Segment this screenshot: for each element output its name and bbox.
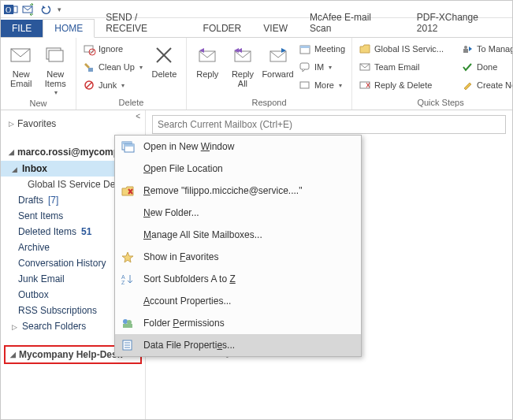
meeting-icon bbox=[299, 43, 311, 55]
ctx-sort-subfolders[interactable]: AZ Sort Subfolders A to Z bbox=[115, 268, 361, 290]
ribbon-group-new: New Email New Items New bbox=[1, 38, 76, 110]
to-manager-icon bbox=[461, 43, 474, 55]
svg-rect-21 bbox=[300, 82, 309, 88]
properties-icon bbox=[120, 337, 136, 353]
new-email-icon bbox=[9, 43, 34, 68]
reply-icon bbox=[195, 43, 220, 68]
tab-file[interactable]: FILE bbox=[1, 20, 43, 37]
new-items-button[interactable]: New Items bbox=[40, 41, 72, 97]
search-input[interactable] bbox=[152, 115, 506, 134]
ctx-show-in-favorites[interactable]: Show in Favorites bbox=[115, 246, 361, 268]
svg-text:A: A bbox=[121, 274, 125, 280]
create-new-icon bbox=[461, 79, 474, 91]
forward-button[interactable]: Forward bbox=[262, 41, 294, 79]
im-icon bbox=[299, 61, 311, 73]
quickstep-reply-delete[interactable]: Reply & Delete bbox=[357, 77, 445, 93]
reply-all-button[interactable]: Reply All bbox=[227, 41, 259, 88]
ctx-folder-permissions[interactable]: Folder Permissions bbox=[115, 312, 361, 334]
tab-pdfxchange[interactable]: PDF-XChange 2012 bbox=[406, 9, 512, 37]
svg-text:Z: Z bbox=[121, 280, 125, 285]
new-items-icon bbox=[43, 43, 68, 68]
reply-delete-icon bbox=[359, 79, 371, 91]
chevron-down-icon: ◢ bbox=[9, 148, 14, 156]
ribbon-group-quicksteps: Global IS Servic... Team Email Reply & D… bbox=[352, 38, 513, 110]
tab-send-receive[interactable]: SEND / RECEIVE bbox=[95, 9, 191, 37]
delete-button[interactable]: Delete bbox=[147, 41, 181, 79]
ctx-label: Data File Properties... bbox=[143, 340, 353, 351]
junk-button[interactable]: Junk bbox=[81, 77, 144, 93]
ctx-label: Sort Subfolders A to Z bbox=[143, 273, 353, 284]
tab-view[interactable]: VIEW bbox=[252, 20, 299, 37]
chevron-down-icon: ◢ bbox=[12, 165, 17, 173]
reply-button[interactable]: Reply bbox=[191, 41, 224, 79]
more-icon bbox=[299, 79, 311, 91]
open-window-icon bbox=[120, 139, 136, 154]
collapse-nav-icon[interactable]: < bbox=[136, 112, 140, 121]
tab-folder[interactable]: FOLDER bbox=[192, 20, 253, 37]
cleanup-button[interactable]: Clean Up bbox=[81, 59, 144, 75]
send-receive-qat-icon[interactable] bbox=[21, 3, 35, 16]
svg-rect-20 bbox=[300, 63, 309, 69]
ctx-label: Account Properties... bbox=[143, 295, 353, 307]
ctx-account-properties[interactable]: Account Properties... bbox=[115, 290, 361, 312]
svg-rect-31 bbox=[125, 144, 134, 147]
svg-point-26 bbox=[464, 46, 467, 49]
remove-mailbox-icon bbox=[120, 183, 136, 199]
chevron-right-icon: ▷ bbox=[12, 323, 17, 331]
ctx-new-folder[interactable]: New Folder... bbox=[115, 202, 361, 224]
quickstep-create-new[interactable]: Create New bbox=[459, 77, 513, 93]
ctx-remove[interactable]: Remove "filippo.micciche@service...." bbox=[115, 180, 361, 202]
ribbon-tabstrip: FILE HOME SEND / RECEIVE FOLDER VIEW McA… bbox=[1, 18, 512, 38]
group-label-delete: Delete bbox=[76, 96, 186, 110]
svg-text:O: O bbox=[6, 6, 11, 14]
permissions-icon bbox=[120, 315, 136, 331]
quickstep-global-is[interactable]: Global IS Servic... bbox=[357, 41, 445, 57]
ctx-data-file-properties[interactable]: Data File Properties... bbox=[115, 334, 361, 356]
outlook-logo-icon: O bbox=[4, 3, 18, 16]
ctx-label: Show in Favorites bbox=[143, 251, 353, 262]
delete-x-icon bbox=[151, 43, 177, 68]
group-label-respond: Respond bbox=[187, 96, 351, 110]
ctx-label: Folder Permissions bbox=[143, 318, 353, 329]
team-email-icon bbox=[359, 61, 371, 73]
quickstep-team-email[interactable]: Team Email bbox=[357, 59, 445, 75]
svg-point-36 bbox=[123, 319, 128, 324]
ribbon: New Email New Items New Ignore Clean Up … bbox=[1, 38, 512, 110]
quickstep-done[interactable]: Done bbox=[459, 59, 513, 75]
chevron-right-icon: ▷ bbox=[9, 120, 14, 128]
context-menu: Open in New Window Open File Location Re… bbox=[114, 135, 362, 357]
svg-rect-19 bbox=[300, 46, 310, 48]
ctx-label: Open File Location bbox=[143, 163, 353, 174]
group-label-quick-steps: Quick Steps bbox=[352, 96, 513, 110]
ribbon-group-delete: Ignore Clean Up Junk Delete Delete bbox=[76, 38, 187, 110]
new-email-button[interactable]: New Email bbox=[6, 41, 37, 88]
ctx-open-file-location[interactable]: Open File Location bbox=[115, 158, 361, 180]
svg-rect-6 bbox=[49, 50, 63, 61]
quickstep-to-manager[interactable]: To Manager bbox=[459, 41, 513, 57]
respond-more-button[interactable]: More bbox=[297, 77, 347, 93]
qat-customize-icon[interactable]: ▾ bbox=[56, 6, 61, 13]
ignore-button[interactable]: Ignore bbox=[81, 41, 144, 57]
svg-line-12 bbox=[86, 82, 92, 88]
meeting-button[interactable]: Meeting bbox=[297, 41, 347, 57]
reply-all-icon bbox=[230, 43, 255, 68]
folder-icon bbox=[359, 43, 371, 55]
ctx-open-new-window[interactable]: Open in New Window bbox=[115, 136, 361, 158]
ctx-label: Manage All Site Mailboxes... bbox=[143, 229, 353, 240]
junk-icon bbox=[83, 79, 95, 91]
ctx-manage-site-mailboxes[interactable]: Manage All Site Mailboxes... bbox=[115, 224, 361, 246]
nav-favorites[interactable]: ▷Favorites bbox=[1, 115, 145, 132]
chevron-down-icon: ◢ bbox=[10, 351, 16, 359]
ctx-label: New Folder... bbox=[143, 207, 353, 218]
svg-rect-27 bbox=[463, 49, 468, 53]
done-check-icon bbox=[461, 61, 474, 73]
cleanup-icon bbox=[83, 61, 95, 73]
tab-home[interactable]: HOME bbox=[43, 19, 95, 38]
ignore-icon bbox=[83, 43, 95, 55]
group-label-new: New bbox=[1, 97, 76, 110]
im-button[interactable]: IM bbox=[297, 59, 347, 75]
favorites-star-icon bbox=[120, 249, 136, 265]
sort-az-icon: AZ bbox=[120, 271, 136, 287]
tab-mcafee[interactable]: McAfee E-mail Scan bbox=[299, 9, 406, 37]
undo-qat-icon[interactable] bbox=[39, 3, 53, 16]
